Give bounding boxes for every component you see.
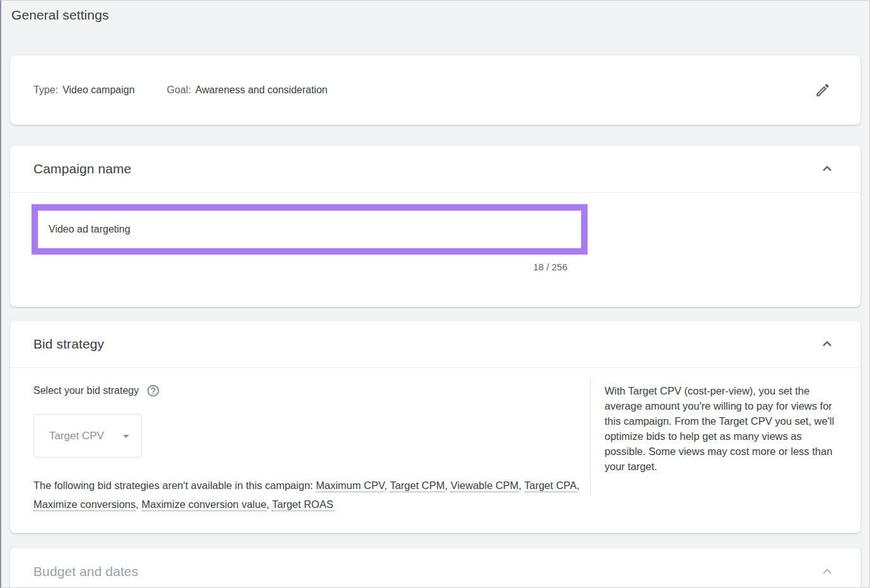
bid-strategy-left-column: Select your bid strategy Target CPV The …: [10, 368, 590, 533]
pencil-icon: [815, 82, 831, 98]
chevron-up-icon[interactable]: [819, 336, 835, 352]
strategy-link-maximize-conversions[interactable]: Maximize conversions: [33, 499, 136, 511]
bid-strategy-header[interactable]: Bid strategy: [10, 321, 861, 368]
bid-strategy-card: Bid strategy Select your bid strategy: [10, 321, 861, 533]
bid-strategy-body: Select your bid strategy Target CPV The …: [10, 368, 861, 533]
strategy-link-maximize-conversion-value[interactable]: Maximize conversion value: [142, 499, 267, 511]
strategy-link-target-cpa[interactable]: Target CPA: [525, 480, 577, 492]
budget-dates-header[interactable]: Budget and dates: [10, 548, 861, 588]
bid-strategy-dropdown-value: Target CPV: [49, 430, 104, 442]
type-goal-card: Type: Video campaign Goal: Awareness and…: [10, 55, 861, 125]
goal-label: Goal:: [167, 84, 191, 96]
unavailable-prefix: The following bid strategies aren't avai…: [33, 480, 313, 491]
strategy-link-target-cpm[interactable]: Target CPM: [390, 480, 444, 492]
edit-button[interactable]: [810, 78, 835, 103]
campaign-name-header[interactable]: Campaign name: [10, 146, 861, 193]
strategy-link-target-roas[interactable]: Target ROAS: [272, 499, 333, 511]
budget-dates-card: Budget and dates: [10, 548, 861, 588]
bid-strategy-title: Bid strategy: [33, 337, 104, 352]
separator: ,: [267, 499, 270, 510]
separator: ,: [519, 480, 522, 491]
campaign-name-title: Campaign name: [33, 161, 131, 176]
campaign-name-input[interactable]: [38, 210, 581, 248]
goal-value: Awareness and consideration: [195, 84, 328, 96]
type-goal-summary: Type: Video campaign Goal: Awareness and…: [33, 84, 327, 96]
unavailable-strategies-text: The following bid strategies aren't avai…: [33, 476, 583, 514]
arrow-drop-down-icon: [119, 429, 134, 444]
select-bid-strategy-label: Select your bid strategy: [33, 385, 139, 396]
budget-dates-title: Budget and dates: [33, 564, 138, 579]
strategy-link-viewable-cpm[interactable]: Viewable CPM: [451, 480, 519, 492]
char-counter: 18 / 256: [32, 262, 588, 272]
help-icon[interactable]: [146, 384, 160, 398]
separator: ,: [577, 480, 580, 491]
general-settings-page: General settings Type: Video campaign Go…: [0, 0, 870, 588]
bid-strategy-help-text: With Target CPV (cost-per-view), you set…: [591, 368, 861, 533]
bid-strategy-dropdown[interactable]: Target CPV: [33, 414, 142, 458]
strategy-link-maximum-cpv[interactable]: Maximum CPV: [316, 480, 385, 492]
type-label: Type:: [33, 84, 58, 96]
separator: ,: [445, 480, 448, 491]
campaign-name-card: Campaign name 18 / 256: [10, 146, 861, 307]
chevron-up-icon[interactable]: [819, 563, 835, 580]
separator: ,: [136, 499, 139, 510]
separator: ,: [385, 480, 388, 491]
type-value: Video campaign: [62, 84, 134, 96]
campaign-name-body: 18 / 256: [10, 204, 861, 272]
chevron-up-icon[interactable]: [819, 161, 835, 177]
annotation-highlight: [32, 204, 588, 255]
page-title: General settings: [11, 8, 109, 23]
